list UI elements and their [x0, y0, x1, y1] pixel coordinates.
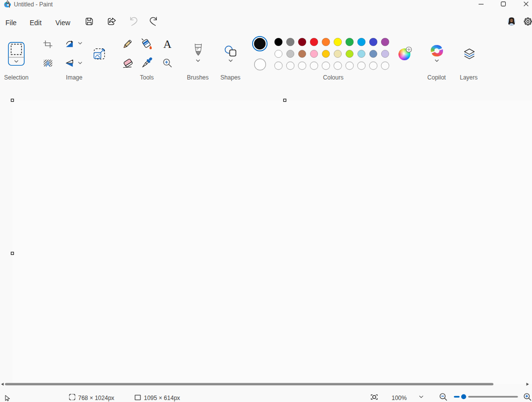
svg-text:A: A [163, 38, 172, 50]
